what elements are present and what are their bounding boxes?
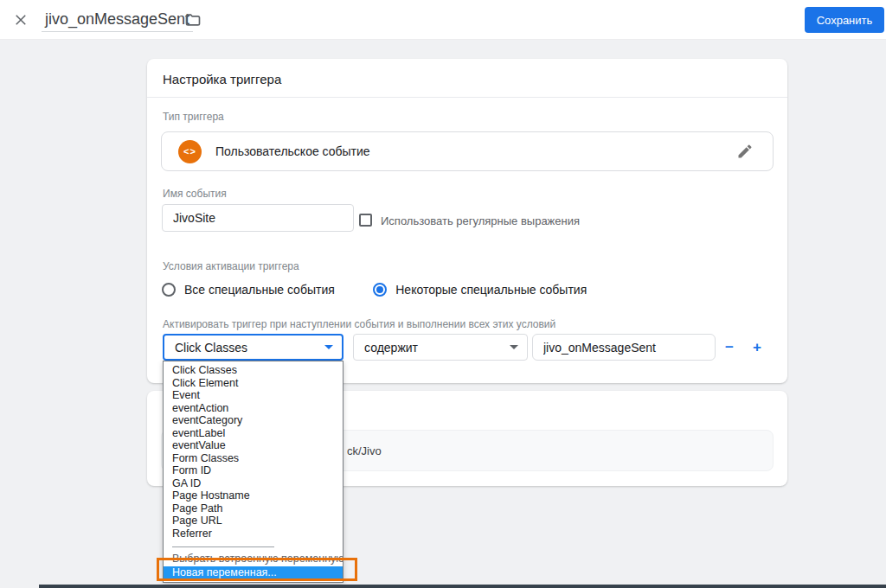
menu-item[interactable]: Event <box>164 389 343 402</box>
header-bar: jivo_onMessageSent Сохранить <box>0 0 886 40</box>
radio-circle-icon <box>373 283 387 297</box>
menu-item-new-variable[interactable]: Новая переменная... <box>164 566 343 580</box>
chevron-down-icon <box>324 345 333 349</box>
radio-all-events-label: Все специальные события <box>184 283 335 297</box>
conditions-radio-group: Все специальные события Некоторые специа… <box>162 283 767 300</box>
trigger-config-card: Настройка триггера Тип триггера <> Польз… <box>147 59 787 383</box>
folder-icon[interactable] <box>184 11 202 29</box>
menu-item[interactable]: eventAction <box>164 402 343 415</box>
trigger-type-value: Пользовательское событие <box>215 144 370 158</box>
variable-select[interactable]: Click Classes <box>163 334 343 361</box>
remove-condition-button[interactable]: − <box>718 334 741 361</box>
variable-dropdown-menu: Click Classes Click Element Event eventA… <box>163 361 343 583</box>
menu-item-builtin-variable[interactable]: Выбрать встроенную переменную... <box>164 553 343 566</box>
card-title: Настройка триггера <box>163 72 281 86</box>
lower-card-visible-text: ck/Jivo <box>347 444 382 457</box>
radio-some-events-label: Некоторые специальные события <box>395 283 587 297</box>
menu-item[interactable]: eventCategory <box>164 414 343 427</box>
regex-checkbox[interactable] <box>359 214 372 227</box>
custom-event-icon: <> <box>178 140 202 163</box>
edit-pencil-icon[interactable] <box>736 143 754 160</box>
menu-item[interactable]: Referrer <box>164 527 343 540</box>
menu-item[interactable]: Page Hostname <box>164 489 343 502</box>
radio-some-events[interactable]: Некоторые специальные события <box>373 283 587 297</box>
add-condition-button[interactable]: + <box>746 334 768 361</box>
menu-item[interactable]: eventLabel <box>164 427 343 440</box>
radio-circle-icon <box>162 283 176 297</box>
menu-item[interactable]: Page URL <box>164 514 343 527</box>
menu-item[interactable]: eventValue <box>164 439 343 452</box>
trigger-type-box[interactable]: <> Пользовательское событие <box>161 131 774 171</box>
menu-item[interactable]: Form Classes <box>164 452 343 465</box>
radio-all-events[interactable]: Все специальные события <box>162 283 335 297</box>
window-bottom-edge <box>39 585 886 588</box>
menu-item[interactable]: Form ID <box>164 464 343 477</box>
divider <box>147 97 787 98</box>
gtm-trigger-editor: jivo_onMessageSent Сохранить Настройка т… <box>0 0 886 588</box>
trigger-name-title[interactable]: jivo_onMessageSent <box>42 9 193 32</box>
operator-select-value: содержит <box>364 341 418 355</box>
menu-divider <box>172 546 274 547</box>
close-icon[interactable] <box>10 10 31 30</box>
regex-checkbox-label: Использовать регулярные выражения <box>381 214 580 227</box>
menu-item[interactable]: Click Classes <box>164 364 343 377</box>
menu-item[interactable]: GA ID <box>164 477 343 490</box>
chevron-down-icon <box>510 345 518 349</box>
event-name-input[interactable] <box>162 204 354 232</box>
operator-select[interactable]: содержит <box>353 334 528 361</box>
menu-item[interactable]: Page Path <box>164 502 343 515</box>
trigger-type-label: Тип триггера <box>163 111 224 123</box>
save-button[interactable]: Сохранить <box>805 7 884 33</box>
condition-hint-label: Активировать триггер при наступлении соб… <box>163 318 555 330</box>
variable-select-value: Click Classes <box>175 341 247 355</box>
event-name-label: Имя события <box>163 188 227 200</box>
conditions-label: Условия активации триггера <box>163 260 299 272</box>
condition-value-input[interactable] <box>532 334 716 361</box>
menu-item[interactable]: Click Element <box>164 377 343 390</box>
